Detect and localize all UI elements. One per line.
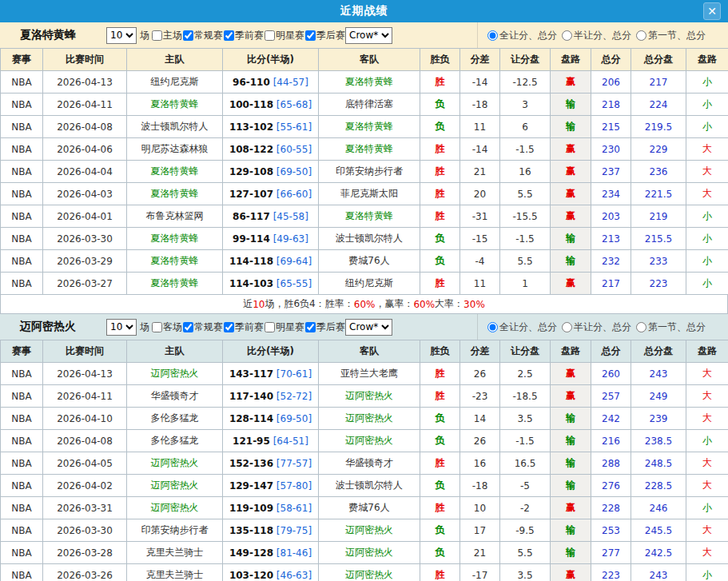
cell-league: NBA [1, 519, 43, 542]
column-header: 比分(半场) [223, 340, 319, 363]
cell-home-team: 克里夫兰骑士 [127, 542, 223, 564]
regular-season-checkbox[interactable] [183, 30, 193, 41]
cell-handicap-line: 3.5 [500, 408, 551, 430]
titlebar: 近期战绩 ✕ [0, 0, 728, 22]
hornets-filter-playoffs[interactable]: 季后赛 [304, 29, 345, 42]
hornets-games-count-select[interactable]: 10 [106, 27, 137, 44]
hornets-filter-allstar[interactable]: 明星赛 [264, 29, 304, 42]
cell-over-under: 大 [686, 161, 728, 183]
first-quarter-radio[interactable] [636, 30, 646, 41]
cell-over-under: 小 [686, 116, 728, 138]
cell-home-team: 迈阿密热火 [127, 497, 223, 519]
half-handicap-radio[interactable] [562, 30, 572, 41]
recent-results-popup: 近期战绩 ✕ 夏洛特黄蜂 10 场 主场 常规赛 季前赛 明星赛 季后赛 Cro… [0, 0, 728, 581]
cell-game-date: 2026-03-29 [43, 250, 127, 273]
cell-over-under: 大 [686, 408, 728, 430]
cell-point-diff: -18 [460, 475, 500, 497]
hornets-filter-home[interactable]: 主场 [151, 29, 182, 42]
cell-game-date: 2026-04-03 [43, 183, 127, 205]
cell-over-under: 小 [686, 564, 728, 581]
close-icon[interactable]: ✕ [703, 2, 721, 20]
cell-score: 114-118 [69-64] [223, 250, 319, 273]
allstar-checkbox[interactable] [265, 30, 275, 41]
cell-away-team: 华盛顿奇才 [319, 452, 420, 475]
cell-game-date: 2026-03-31 [43, 497, 127, 519]
heat-bookmaker-select[interactable]: Crow* [345, 319, 392, 336]
cell-over-under: 大 [686, 363, 728, 385]
cell-handicap-result: 赢 [551, 385, 591, 408]
half-handicap-radio[interactable] [562, 322, 572, 332]
cell-total-line: 224 [631, 94, 686, 116]
hornets-filter-regular[interactable]: 常规赛 [182, 29, 223, 42]
heat-filter-allstar[interactable]: 明星赛 [264, 320, 304, 334]
cell-home-team: 迈阿密热火 [127, 452, 223, 475]
cell-over-under: 小 [686, 430, 728, 452]
preseason-checkbox[interactable] [224, 30, 234, 41]
cell-win-loss: 负 [420, 408, 460, 430]
cell-point-diff: 14 [460, 408, 500, 430]
hornets-radio-half-handicap[interactable]: 半让分、总分 [562, 29, 631, 42]
column-header: 盘路 [551, 340, 591, 363]
cell-win-loss: 胜 [420, 564, 460, 581]
cell-home-team: 夏洛特黄蜂 [127, 250, 223, 273]
playoffs-checkbox[interactable] [305, 322, 316, 332]
cell-over-under: 小 [686, 497, 728, 519]
hornets-radio-full-handicap[interactable]: 全让分、总分 [487, 29, 557, 42]
cell-handicap-line: 5.5 [500, 250, 551, 273]
playoffs-checkbox[interactable] [305, 30, 316, 41]
cell-total-points: 232 [591, 250, 631, 273]
cell-total-line: 238.5 [631, 430, 686, 452]
full-handicap-radio[interactable] [487, 322, 498, 332]
allstar-checkbox[interactable] [265, 322, 275, 332]
cell-away-team: 迈阿密热火 [319, 408, 420, 430]
heat-radio-full-handicap[interactable]: 全让分、总分 [487, 320, 557, 334]
heat-filter-regular[interactable]: 常规赛 [182, 320, 223, 334]
cell-win-loss: 负 [420, 475, 460, 497]
regular-season-checkbox[interactable] [183, 322, 193, 332]
cell-handicap-line: -2 [500, 497, 551, 519]
heat-filter-away[interactable]: 客场 [151, 320, 182, 334]
home-checkbox[interactable] [152, 30, 162, 41]
heat-filter-left: 迈阿密热火 10 场 客场 常规赛 季前赛 明星赛 季后赛 Crow* [0, 314, 478, 340]
column-header: 比分(半场) [223, 49, 319, 71]
cell-score: 96-110 [44-57] [223, 71, 319, 94]
cell-total-points: 206 [591, 71, 631, 94]
game-row: NBA2026-04-08多伦多猛龙121-95 [64-51]迈阿密热火负26… [1, 430, 728, 452]
game-row: NBA2026-04-11夏洛特黄蜂100-118 [65-68]底特律活塞负-… [1, 94, 728, 116]
heat-filter-playoffs[interactable]: 季后赛 [304, 320, 345, 334]
hornets-radio-first-quarter[interactable]: 第一节、总分 [636, 29, 706, 42]
full-handicap-radio[interactable] [487, 30, 498, 41]
cell-handicap-line: 3 [500, 94, 551, 116]
cell-home-team: 夏洛特黄蜂 [127, 273, 223, 295]
heat-radio-first-quarter[interactable]: 第一节、总分 [636, 320, 706, 334]
away-checkbox[interactable] [152, 322, 162, 332]
cell-away-team: 夏洛特黄蜂 [319, 71, 420, 94]
game-row: NBA2026-04-01布鲁克林篮网86-117 [45-58]夏洛特黄蜂胜-… [1, 205, 728, 228]
heat-radio-half-handicap[interactable]: 半让分、总分 [562, 320, 631, 334]
cell-game-date: 2026-03-28 [43, 542, 127, 564]
cell-handicap-line: 1 [500, 273, 551, 295]
cell-handicap-line: 16 [500, 161, 551, 183]
cell-total-line: 243 [631, 564, 686, 581]
cell-game-date: 2026-03-27 [43, 273, 127, 295]
cell-over-under: 小 [686, 94, 728, 116]
cell-home-team: 波士顿凯尔特人 [127, 116, 223, 138]
heat-filter-preseason[interactable]: 季前赛 [223, 320, 264, 334]
hornets-filter-preseason[interactable]: 季前赛 [223, 29, 264, 42]
cell-win-loss: 负 [420, 430, 460, 452]
hornets-bookmaker-select[interactable]: Crow* [345, 27, 392, 44]
preseason-checkbox[interactable] [224, 322, 234, 332]
hornets-odds-mode-group: 全让分、总分 半让分、总分 第一节、总分 [478, 22, 728, 48]
cell-score: 113-102 [55-61] [223, 116, 319, 138]
column-header: 让分盘 [500, 49, 551, 71]
first-quarter-radio[interactable] [636, 322, 646, 332]
cell-handicap-line: 16.5 [500, 452, 551, 475]
heat-games-count-select[interactable]: 10 [106, 319, 137, 336]
cell-away-team: 夏洛特黄蜂 [319, 116, 420, 138]
hornets-table-body: NBA2026-04-13纽约尼克斯96-110 [44-57]夏洛特黄蜂胜-1… [1, 71, 728, 295]
cell-win-loss: 负 [420, 228, 460, 250]
cell-point-diff: 20 [460, 183, 500, 205]
cell-game-date: 2026-04-13 [43, 363, 127, 385]
game-row: NBA2026-04-10多伦多猛龙128-114 [69-50]迈阿密热火负1… [1, 408, 728, 430]
cell-league: NBA [1, 564, 43, 581]
